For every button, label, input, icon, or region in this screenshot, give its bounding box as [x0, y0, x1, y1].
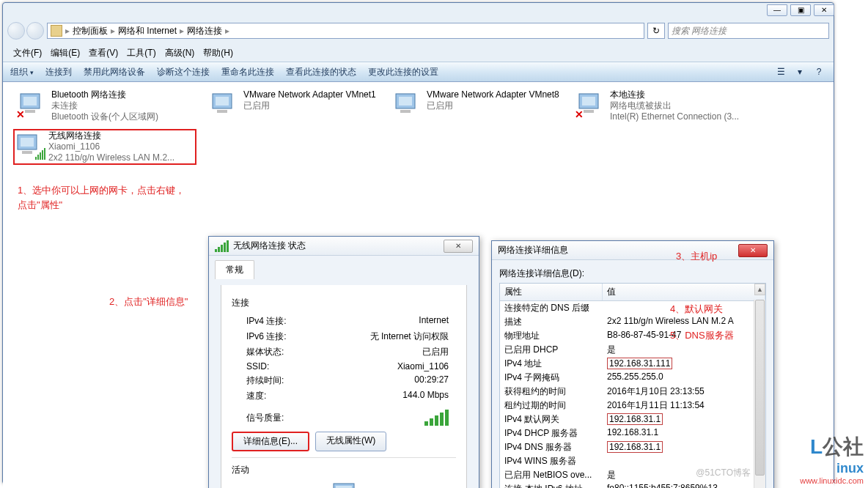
table-row[interactable]: 获得租约的时间2016年1月10日 23:13:55 [500, 385, 765, 399]
breadcrumb-item[interactable]: 网络连接 [187, 25, 222, 37]
table-row[interactable]: 已启用 DHCP是 [500, 343, 765, 357]
toolbar: 组织 连接到 禁用此网络设备 诊断这个连接 重命名此连接 查看此连接的状态 更改… [3, 62, 834, 82]
rename-button[interactable]: 重命名此连接 [221, 66, 274, 78]
content-area: ✕ Bluetooth 网络连接 未连接 Bluetooth 设备(个人区域网)… [3, 82, 834, 488]
connection-vmnet8[interactable]: VMware Network Adapter VMnet8 已启用 [391, 88, 567, 120]
breadcrumb-item[interactable]: 网络和 Internet [118, 25, 177, 37]
signal-bars-icon [35, 148, 45, 160]
label-signal-quality: 信号质量: [246, 412, 284, 424]
annotation-3: 3、主机ip [676, 249, 717, 264]
value-ipv4-conn: Internet [327, 315, 456, 328]
value-duration: 00:29:27 [327, 374, 456, 387]
scroll-up-arrow[interactable]: ▲ [754, 284, 765, 295]
connection-bluetooth[interactable]: ✕ Bluetooth 网络连接 未连接 Bluetooth 设备(个人区域网) [16, 88, 192, 124]
forward-button[interactable] [26, 22, 44, 40]
label-ssid: SSID: [246, 361, 327, 371]
connection-desc: 2x2 11b/g/n Wireless LAN M.2... [48, 152, 174, 163]
svg-rect-8 [400, 110, 411, 113]
network-adapter-icon [393, 89, 422, 119]
wireless-properties-button[interactable]: 无线属性(W) [315, 432, 386, 451]
col-value[interactable]: 值 [603, 284, 765, 300]
label-duration: 持续时间: [246, 374, 327, 387]
connect-to-button[interactable]: 连接到 [45, 66, 72, 78]
annotation-5: 5、DNS服务器 [670, 328, 734, 343]
organize-button[interactable]: 组织 [10, 66, 34, 78]
connection-status: 未连接 [51, 100, 158, 111]
table-row[interactable]: 租约过期的时间2016年1月11日 11:13:54 [500, 399, 765, 413]
help-icon[interactable]: ? [812, 65, 826, 78]
svg-rect-5 [217, 110, 227, 113]
change-settings-button[interactable]: 更改此连接的设置 [368, 66, 438, 78]
svg-rect-14 [22, 151, 32, 154]
watermark-cto: @51CTO博客 [696, 467, 751, 479]
svg-rect-4 [216, 97, 229, 106]
table-row[interactable]: IPv4 地址192.168.31.111 [500, 357, 765, 371]
col-property[interactable]: 属性 [500, 284, 603, 300]
table-row[interactable]: 连接特定的 DNS 后缀 [500, 301, 765, 315]
connection-group-label: 连接 [232, 297, 456, 309]
label-speed: 速度: [246, 390, 327, 402]
connection-name: 本地连接 [610, 89, 739, 100]
label-media: 媒体状态: [246, 346, 327, 358]
menu-file[interactable]: 文件(F) [13, 47, 42, 59]
scrollbar[interactable]: ▲ ▼ [754, 300, 765, 488]
connection-wireless-selected[interactable]: 无线网络连接 Xiaomi_1106 2x2 11b/g/n Wireless … [13, 129, 196, 165]
view-dropdown-icon[interactable]: ▾ [792, 65, 807, 78]
view-status-button[interactable]: 查看此连接的状态 [286, 66, 356, 78]
menu-advanced[interactable]: 高级(N) [165, 47, 195, 59]
connection-desc: 已启用 [427, 100, 559, 111]
table-row[interactable]: IPv4 DHCP 服务器192.168.31.1 [500, 426, 765, 440]
table-row[interactable]: 描述2x2 11b/g/n Wireless LAN M.2 A [500, 315, 765, 329]
close-icon[interactable]: ✕ [444, 240, 473, 253]
menu-tools[interactable]: 工具(T) [127, 47, 155, 59]
refresh-button[interactable]: ↻ [647, 23, 665, 39]
annotation-1: 1、选中你可以上网的网卡，点击右键，点击"属性" [18, 183, 186, 212]
menu-edit[interactable]: 编辑(E) [51, 47, 80, 59]
connection-name: 无线网络连接 [48, 130, 174, 141]
connection-local[interactable]: ✕ 本地连接 网络电缆被拔出 Intel(R) Ethernet Connect… [575, 88, 751, 124]
tab-general[interactable]: 常规 [215, 260, 254, 279]
table-row[interactable]: IPv4 DNS 服务器192.168.31.1 [500, 440, 765, 454]
table-row[interactable]: IPv4 默认网关192.168.31.1 [500, 413, 765, 426]
close-button[interactable]: ✕ [814, 4, 834, 16]
view-icon[interactable]: ☰ [773, 65, 788, 78]
dialog-title: 无线网络连接 状态 ✕ [209, 237, 479, 256]
network-adapter-icon: ✕ [18, 89, 47, 119]
label-ipv6-conn: IPv6 连接: [246, 330, 327, 343]
close-icon[interactable]: ✕ [738, 244, 768, 257]
label-ipv4-conn: IPv4 连接: [246, 315, 327, 328]
details-table: 属性 值 连接特定的 DNS 后缀描述2x2 11b/g/n Wireless … [499, 283, 766, 488]
explorer-window: ▸ 控制面板 ▸ 网络和 Internet ▸ 网络连接 ▸ ↻ 搜索 网络连接… [2, 2, 834, 484]
breadcrumb-item[interactable]: 控制面板 [73, 25, 108, 37]
table-row[interactable]: 连接-本地 IPv6 地址fe80::1155:b455:7:8659%13 [500, 482, 765, 488]
watermark-linuxidc: L公社 inux www.linuxidc.com [800, 433, 864, 485]
diagnose-button[interactable]: 诊断这个连接 [157, 66, 210, 78]
network-adapter-icon [15, 130, 44, 160]
svg-rect-7 [399, 97, 412, 106]
table-row[interactable]: IPv4 子网掩码255.255.255.0 [500, 371, 765, 385]
value-ipv6-conn: 无 Internet 访问权限 [327, 330, 456, 343]
connection-vmnet1[interactable]: VMware Network Adapter VMnet1 已启用 [208, 88, 384, 120]
connection-name: VMware Network Adapter VMnet1 [243, 89, 376, 100]
value-speed: 144.0 Mbps [327, 390, 456, 402]
svg-rect-10 [582, 97, 595, 106]
details-label: 网络连接详细信息(D): [499, 267, 766, 280]
search-input[interactable]: 搜索 网络连接 [668, 23, 829, 39]
maximize-button[interactable]: ▣ [790, 4, 811, 16]
back-button[interactable] [7, 22, 25, 40]
network-details-dialog: 网络连接详细信息 ✕ 网络连接详细信息(D): 属性 值 连接特定的 DNS 后… [491, 240, 774, 488]
svg-rect-2 [25, 110, 35, 113]
value-ssid: Xiaomi_1106 [327, 361, 456, 371]
details-button[interactable]: 详细信息(E)... [232, 432, 309, 451]
signal-bars-icon [215, 240, 229, 252]
breadcrumb[interactable]: ▸ 控制面板 ▸ 网络和 Internet ▸ 网络连接 ▸ [47, 23, 644, 39]
menubar: 文件(F) 编辑(E) 查看(V) 工具(T) 高级(N) 帮助(H) [7, 45, 829, 60]
disable-device-button[interactable]: 禁用此网络设备 [84, 66, 145, 78]
menu-help[interactable]: 帮助(H) [203, 47, 233, 59]
connection-status: Xiaomi_1106 [48, 141, 174, 152]
annotation-2: 2、点击"详细信息" [109, 295, 188, 309]
scroll-thumb[interactable] [755, 300, 765, 476]
value-media: 已启用 [327, 346, 456, 358]
menu-view[interactable]: 查看(V) [89, 47, 118, 59]
minimize-button[interactable]: — [767, 4, 787, 16]
